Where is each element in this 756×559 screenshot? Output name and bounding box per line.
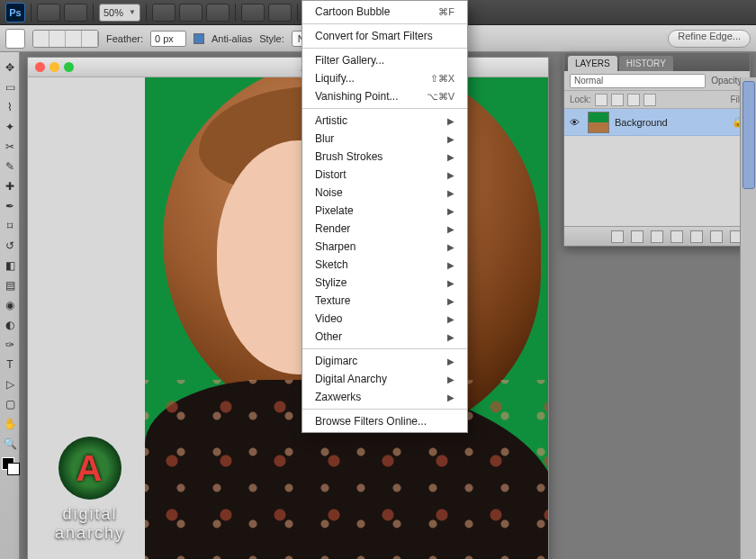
arrange-button[interactable] (241, 4, 265, 22)
menu-item-liquify[interactable]: Liquify... ⇧⌘X (302, 69, 467, 87)
submenu-arrow-icon: ▶ (447, 314, 454, 324)
menu-item-smart-filters[interactable]: Convert for Smart Filters (302, 27, 467, 45)
link-layers-icon[interactable] (611, 230, 624, 243)
dodge-tool[interactable]: ◐ (1, 316, 19, 334)
path-tool[interactable]: ▷ (1, 375, 19, 393)
wand-tool[interactable]: ✦ (1, 118, 19, 136)
visibility-icon[interactable]: 👁 (570, 117, 582, 128)
scrollbar-thumb[interactable] (742, 81, 755, 189)
layers-panel: LAYERS HISTORY Normal Opacity: Lock: Fil… (563, 52, 751, 247)
menu-item-last-filter[interactable]: Cartoon Bubble ⌘F (302, 3, 467, 21)
menu-item-render[interactable]: Render▶ (302, 220, 467, 238)
menu-item-digital-anarchy[interactable]: Digital Anarchy▶ (302, 370, 467, 388)
zoom-tool-button[interactable] (179, 4, 202, 22)
hand-tool-button[interactable] (152, 4, 176, 22)
menu-item-pixelate[interactable]: Pixelate▶ (302, 202, 467, 220)
stamp-tool[interactable]: ⌑ (1, 217, 19, 235)
background-swatch[interactable] (7, 463, 20, 475)
marquee-shape-picker[interactable] (32, 30, 99, 48)
hand-tool[interactable]: ✋ (1, 415, 19, 433)
bridge-button[interactable] (37, 4, 60, 22)
document-titlebar[interactable]: /8) * (28, 58, 548, 77)
menu-item-zaxwerks[interactable]: Zaxwerks▶ (302, 388, 467, 406)
zoom-icon[interactable] (64, 62, 74, 72)
watermark-logo-icon (58, 437, 122, 500)
menu-item-other[interactable]: Other▶ (302, 328, 467, 346)
antialias-checkbox[interactable] (194, 33, 204, 44)
blend-mode-combo[interactable]: Normal (570, 74, 706, 88)
menu-item-blur[interactable]: Blur▶ (302, 130, 467, 148)
screen-mode-button[interactable] (268, 4, 292, 22)
submenu-arrow-icon: ▶ (447, 188, 454, 198)
crop-tool[interactable]: ✂ (1, 138, 19, 156)
feather-input[interactable]: 0 px (150, 31, 186, 47)
menu-item-stylize[interactable]: Stylize▶ (302, 274, 467, 292)
menu-item-noise[interactable]: Noise▶ (302, 184, 467, 202)
menu-item-artistic[interactable]: Artistic▶ (302, 112, 467, 130)
window-controls[interactable] (35, 62, 74, 72)
chevron-down-icon: ▼ (129, 8, 136, 16)
lock-transparent-icon[interactable] (595, 94, 608, 106)
lock-pixels-icon[interactable] (611, 94, 624, 106)
zoom-combo[interactable]: 50% ▼ (99, 4, 140, 22)
watermark-line2: anarchy (27, 524, 153, 543)
layer-thumbnail[interactable] (588, 112, 609, 133)
menu-label: Digital Anarchy (315, 373, 387, 385)
refine-edge-button[interactable]: Refine Edge... (668, 30, 751, 48)
lock-label: Lock: (570, 95, 591, 104)
layer-style-icon[interactable] (631, 230, 644, 243)
move-tool[interactable]: ✥ (1, 59, 19, 77)
menu-item-browse-online[interactable]: Browse Filters Online... (302, 412, 467, 430)
menu-label: Filter Gallery... (315, 54, 384, 67)
type-tool[interactable]: T (1, 356, 19, 374)
new-layer-icon[interactable] (710, 230, 723, 243)
menu-label: Browse Filters Online... (315, 415, 427, 428)
menu-item-digimarc[interactable]: Digimarc▶ (302, 352, 467, 370)
layer-row[interactable]: 👁 Background 🔒 (564, 109, 750, 136)
zoom-tool[interactable]: 🔍 (1, 435, 19, 453)
layout-button[interactable] (64, 4, 87, 22)
minimize-icon[interactable] (50, 62, 59, 72)
lock-all-icon[interactable] (644, 94, 656, 106)
heal-tool[interactable]: ✚ (1, 177, 19, 195)
history-brush-tool[interactable]: ↺ (1, 237, 19, 255)
pen-tool[interactable]: ✑ (1, 336, 19, 354)
photoshop-logo: Ps (5, 3, 25, 23)
menu-label: Zaxwerks (315, 391, 361, 403)
menu-item-sketch[interactable]: Sketch▶ (302, 256, 467, 274)
lock-position-icon[interactable] (627, 94, 640, 106)
tab-history[interactable]: HISTORY (619, 56, 673, 71)
menu-item-video[interactable]: Video▶ (302, 310, 467, 328)
tab-layers[interactable]: LAYERS (568, 56, 617, 71)
submenu-arrow-icon: ▶ (447, 374, 454, 384)
lock-row: Lock: Fill: (564, 91, 750, 109)
color-swatches[interactable] (0, 457, 19, 484)
menu-item-brush-strokes[interactable]: Brush Strokes▶ (302, 148, 467, 166)
separator (235, 4, 236, 22)
menu-item-texture[interactable]: Texture▶ (302, 292, 467, 310)
menu-item-vanishing-point[interactable]: Vanishing Point... ⌥⌘V (302, 87, 467, 105)
menu-label: Video (315, 312, 342, 325)
gradient-tool[interactable]: ▤ (1, 276, 19, 294)
brush-tool[interactable]: ✒ (1, 197, 19, 215)
menu-label: Texture (315, 294, 350, 307)
right-scrollbar[interactable] (740, 77, 756, 559)
shape-tool[interactable]: ▢ (1, 395, 19, 413)
lasso-tool[interactable]: ⌇ (1, 98, 19, 116)
rotate-view-button[interactable] (206, 4, 230, 22)
marquee-tool[interactable]: ▭ (1, 78, 19, 96)
menu-item-distort[interactable]: Distort▶ (302, 166, 467, 184)
tool-preset-swatch[interactable] (5, 29, 25, 49)
group-icon[interactable] (690, 230, 703, 243)
separator (297, 4, 298, 22)
blur-tool[interactable]: ◉ (1, 296, 19, 314)
eraser-tool[interactable]: ◧ (1, 257, 19, 275)
adjustment-layer-icon[interactable] (670, 230, 683, 243)
submenu-arrow-icon: ▶ (447, 152, 454, 162)
menu-item-filter-gallery[interactable]: Filter Gallery... (302, 51, 467, 69)
eyedropper-tool[interactable]: ✎ (1, 158, 19, 176)
menu-item-sharpen[interactable]: Sharpen▶ (302, 238, 467, 256)
menu-label: Convert for Smart Filters (315, 30, 433, 42)
layer-mask-icon[interactable] (651, 230, 663, 243)
close-icon[interactable] (35, 62, 45, 72)
